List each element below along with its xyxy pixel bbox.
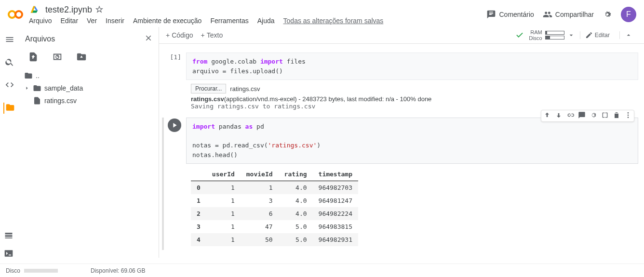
close-panel-icon[interactable] [144,34,153,44]
tree-folder-sampledata[interactable]: sample_data [23,82,155,94]
table-row: 1134.0964981247 [191,194,358,207]
menu-bar: Arquivo Editar Ver Inserir Ambiente de e… [29,15,486,25]
menu-editar[interactable]: Editar [60,17,78,25]
table-row: 31475.0964983815 [191,220,358,233]
upload-file-icon[interactable] [28,52,39,64]
share-label: Compartilhar [555,11,594,18]
tree-parent-dir[interactable]: .. [23,69,155,82]
code-editor[interactable]: import pandas as pd notas = pd.read_csv(… [186,118,638,164]
rail-toc-icon[interactable] [5,35,14,46]
variables-icon[interactable] [4,231,13,242]
disk-bar [545,36,564,40]
add-text-button[interactable]: +Texto [201,31,223,39]
file-tree: .. sample_data ratings.csv [19,67,159,258]
refresh-icon[interactable] [52,52,63,64]
table-row: 41505.0964982931 [191,233,358,246]
cell-toolbar [541,110,634,122]
menu-ferramentas[interactable]: Ferramentas [210,17,248,25]
svg-rect-8 [5,237,13,238]
svg-point-1 [15,11,22,18]
uploaded-filename: ratings.csv [230,85,260,92]
share-button[interactable]: Compartilhar [543,10,594,19]
browse-button[interactable]: Procurar... [191,84,226,93]
move-up-icon[interactable] [543,111,551,120]
move-down-icon[interactable] [555,111,563,120]
drive-icon [29,4,40,15]
expand-button[interactable] [619,31,637,39]
chevron-up-icon [625,31,632,39]
pencil-icon [585,31,593,39]
code-cell-1[interactable]: [1] from google.colab import files arqui… [165,53,638,114]
app-header: teste2.ipynb Arquivo Editar Ver Inserir … [0,0,644,27]
svg-point-5 [628,117,629,118]
avatar[interactable]: F [621,7,636,22]
share-icon [543,10,552,19]
delete-icon[interactable] [613,111,620,120]
rail-code-icon[interactable] [5,80,14,91]
notebook-area: [1] from google.colab import files arqui… [159,44,644,258]
chevron-down-icon[interactable] [567,31,575,39]
resource-indicator[interactable]: RAM Disco [529,29,575,41]
disk-available: Disponível: 69.06 GB [91,267,145,274]
star-icon[interactable] [95,5,104,14]
comment-label: Comentário [499,11,534,18]
run-button[interactable] [168,119,181,132]
check-icon [515,30,524,40]
file-icon [33,96,41,105]
left-rail-bottom [4,231,13,260]
dataframe-table: userId movieId rating timestamp 0114.096… [191,168,358,246]
colab-logo-icon [8,7,23,22]
tree-file-ratings[interactable]: ratings.csv [23,94,155,107]
ram-bar [545,31,564,35]
folder-icon [33,84,41,92]
svg-point-4 [628,115,629,116]
edit-mode-button[interactable]: Editar [580,31,615,39]
menu-ajuda[interactable]: Ajuda [257,17,275,25]
cell-output: Procurar... ratings.csv ratings.csv(appl… [186,80,638,114]
chevron-right-icon [24,85,30,91]
cell-output: userId movieId rating timestamp 0114.096… [186,164,638,250]
cell-settings-icon[interactable] [590,111,597,120]
comment-icon [486,10,496,19]
menu-ambiente[interactable]: Ambiente de execução [133,17,201,25]
files-title: Arquivos [25,35,55,43]
add-code-button[interactable]: +Código [166,31,193,39]
folder-icon [24,71,33,80]
left-rail [0,27,19,258]
svg-point-0 [9,11,15,18]
status-bar: Disco Disponível: 69.06 GB [0,264,644,277]
terminal-icon[interactable] [4,249,13,260]
code-editor[interactable]: from google.colab import files arquivo =… [186,53,638,80]
mirror-icon[interactable] [601,111,609,120]
svg-rect-7 [5,235,13,237]
link-icon[interactable] [566,111,574,120]
settings-button[interactable] [603,10,612,19]
svg-point-3 [628,112,629,114]
more-icon[interactable] [624,111,632,120]
rail-files-icon[interactable] [3,103,15,114]
table-row: 2164.0964982224 [191,207,358,220]
disk-label: Disco [6,267,20,274]
add-comment-icon[interactable] [578,111,586,120]
menu-inserir[interactable]: Inserir [106,17,124,25]
rail-search-icon[interactable] [5,57,14,68]
disk-usage-bar [24,269,58,273]
cell-index: [1] [165,53,186,114]
code-cell-2[interactable]: import pandas as pd notas = pd.read_csv(… [165,118,638,250]
table-row: 0114.0964982703 [191,181,358,195]
files-panel: Arquivos .. sample_data ratings.csv [19,27,159,258]
menu-ver[interactable]: Ver [87,17,97,25]
svg-rect-9 [5,250,13,256]
comment-button[interactable]: Comentário [486,10,534,19]
gear-icon [603,10,612,19]
svg-rect-6 [5,233,13,234]
mount-drive-icon[interactable] [76,52,87,64]
menu-arquivo[interactable]: Arquivo [29,17,52,25]
doc-title[interactable]: teste2.ipynb [45,5,92,15]
saved-status[interactable]: Todas as alterações foram salvas [283,17,384,25]
play-icon [171,121,178,129]
notebook-toolbar: +Código +Texto RAM Disco [159,27,644,44]
